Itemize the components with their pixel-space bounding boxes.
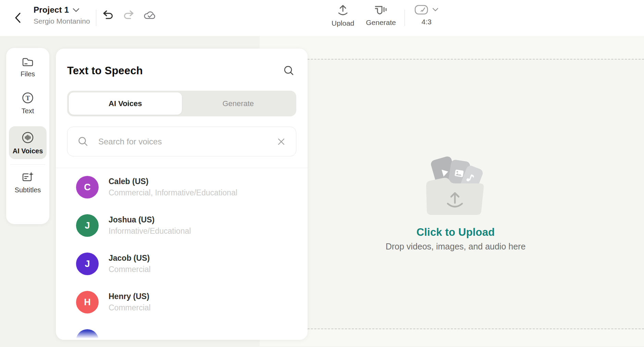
voice-tags: Commercial, Informative/Educational bbox=[109, 188, 237, 197]
generate-icon bbox=[374, 4, 387, 16]
folder-icon bbox=[22, 57, 34, 67]
close-icon bbox=[277, 138, 285, 145]
sidebar-divider bbox=[10, 164, 45, 165]
stage-outside-top bbox=[260, 36, 644, 59]
voice-row-caleb[interactable]: C Caleb (US) Commercial, Informative/Edu… bbox=[56, 168, 308, 206]
sidebar-item-label: Subtitles bbox=[15, 186, 41, 194]
upload-folder-illustration bbox=[419, 152, 492, 221]
voice-avatar: J bbox=[76, 214, 99, 237]
undo-button[interactable] bbox=[101, 8, 116, 22]
sidebar-item-ai-voices[interactable]: AI Voices bbox=[9, 126, 47, 159]
voice-row-henry[interactable]: H Henry (US) Commercial bbox=[56, 283, 308, 321]
sidebar-item-text[interactable]: T Text bbox=[22, 92, 34, 115]
upload-label: Upload bbox=[332, 19, 355, 27]
chevron-down-icon bbox=[432, 8, 439, 12]
text-to-speech-panel: Text to Speech AI Voices Generate bbox=[56, 49, 308, 340]
voice-avatar: J bbox=[76, 253, 99, 275]
voice-row-partial[interactable] bbox=[56, 321, 308, 340]
sidebar-item-files[interactable]: Files bbox=[21, 57, 35, 78]
project-title: Project 1 bbox=[34, 5, 69, 15]
aspect-ratio-value: 4:3 bbox=[421, 18, 431, 26]
toolbar-divider bbox=[405, 10, 405, 26]
stage-outside-bottom bbox=[260, 329, 644, 346]
aspect-ratio-selector[interactable]: 4:3 bbox=[412, 4, 441, 26]
voice-row-jacob[interactable]: J Jacob (US) Commercial bbox=[56, 245, 308, 283]
panel-search-button[interactable] bbox=[282, 64, 296, 78]
voice-tags: Commercial bbox=[109, 265, 151, 274]
generate-label: Generate bbox=[366, 18, 396, 27]
sidebar-item-label: Text bbox=[22, 107, 34, 115]
voice-avatar: H bbox=[76, 291, 99, 313]
voice-name: Jacob (US) bbox=[109, 254, 151, 263]
sidebar-item-label: AI Voices bbox=[13, 147, 43, 155]
cloud-sync-button[interactable] bbox=[143, 8, 158, 22]
voice-waveform-icon bbox=[21, 131, 34, 144]
sidebar-item-subtitles[interactable]: Subtitles bbox=[15, 171, 41, 194]
canvas-ratio-icon bbox=[414, 4, 429, 15]
search-icon bbox=[283, 65, 295, 77]
voice-name: Joshua (US) bbox=[109, 215, 191, 224]
voice-search-box bbox=[67, 127, 296, 156]
search-icon bbox=[78, 136, 89, 147]
redo-button[interactable] bbox=[121, 8, 136, 22]
tools-sidebar: Files T Text AI Voices bbox=[6, 48, 49, 224]
voices-tabbar: AI Voices Generate bbox=[67, 91, 296, 116]
panel-title: Text to Speech bbox=[67, 65, 143, 77]
voice-search-input[interactable] bbox=[98, 137, 267, 146]
voice-name: Caleb (US) bbox=[109, 177, 237, 186]
redo-icon bbox=[122, 10, 134, 20]
upload-icon bbox=[337, 4, 349, 16]
text-icon: T bbox=[22, 92, 34, 104]
top-toolbar: Project 1 Sergio Montanino Upload bbox=[0, 0, 644, 36]
generate-button[interactable]: Generate bbox=[365, 4, 397, 27]
voice-avatar: C bbox=[76, 176, 99, 198]
clear-search-button[interactable] bbox=[277, 137, 286, 146]
sidebar-item-label: Files bbox=[21, 70, 35, 78]
project-menu[interactable]: Project 1 bbox=[34, 5, 90, 15]
editor-content: Click to Upload Drop videos, images, and… bbox=[0, 36, 644, 347]
voice-list: C Caleb (US) Commercial, Informative/Edu… bbox=[56, 168, 308, 340]
back-button[interactable] bbox=[14, 9, 25, 27]
voice-tags: Informative/Educational bbox=[109, 227, 191, 236]
tab-ai-voices[interactable]: AI Voices bbox=[69, 92, 182, 115]
voice-tags: Commercial bbox=[109, 303, 151, 312]
voice-avatar bbox=[76, 329, 99, 340]
cloud-check-icon bbox=[143, 10, 157, 21]
undo-icon bbox=[102, 10, 115, 20]
toolbar-divider bbox=[96, 10, 96, 26]
voice-row-joshua[interactable]: J Joshua (US) Informative/Educational bbox=[56, 206, 308, 245]
upload-zone-subtitle: Drop videos, images, and audio here bbox=[386, 242, 526, 252]
tab-generate[interactable]: Generate bbox=[182, 92, 295, 115]
chevron-down-icon bbox=[72, 8, 80, 12]
upload-zone-title[interactable]: Click to Upload bbox=[417, 226, 495, 239]
upload-button[interactable]: Upload bbox=[330, 4, 356, 27]
upload-dropzone[interactable]: Click to Upload Drop videos, images, and… bbox=[353, 152, 558, 252]
panel-header: Text to Speech bbox=[56, 49, 308, 78]
chevron-left-icon bbox=[14, 12, 22, 24]
voice-name: Henry (US) bbox=[109, 292, 151, 301]
project-info: Project 1 Sergio Montanino bbox=[34, 5, 90, 25]
subtitles-sparkle-icon bbox=[21, 171, 34, 183]
svg-text:T: T bbox=[26, 94, 30, 102]
project-owner: Sergio Montanino bbox=[34, 17, 90, 25]
